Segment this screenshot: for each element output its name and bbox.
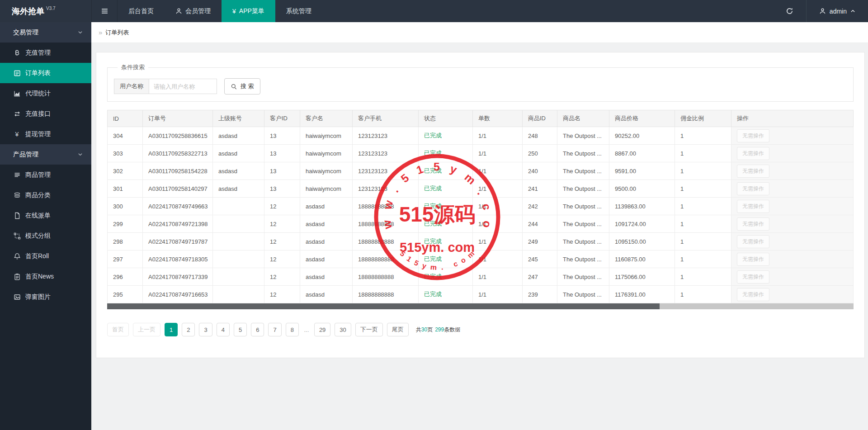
product_name-cell: The Outpost ...: [557, 250, 609, 268]
no-action-button[interactable]: 无需操作: [737, 129, 769, 142]
page-button[interactable]: 6: [251, 323, 264, 336]
pagination: 首页上一页12345678...2930下一页尾页共30页299条数据: [107, 323, 854, 336]
summary-prefix: 共: [416, 326, 421, 333]
column-header: 商品ID: [523, 110, 557, 127]
last-page-button[interactable]: 尾页: [387, 323, 409, 336]
product_price-cell: 1160875.00: [609, 250, 675, 268]
username-input[interactable]: [149, 79, 217, 94]
sidebar-item[interactable]: 商品分类: [0, 185, 91, 205]
id-cell: 302: [108, 162, 143, 180]
next-page-button[interactable]: 下一页: [355, 323, 383, 336]
scrollbar-thumb[interactable]: [107, 303, 660, 309]
sidebar-item[interactable]: 订单列表: [0, 63, 91, 83]
prev-page-button[interactable]: 上一页: [133, 323, 160, 336]
bitcoin-icon: [13, 49, 21, 57]
order-list-icon: [13, 69, 21, 77]
page-button[interactable]: 30: [335, 323, 351, 336]
breadcrumb: » 订单列表: [91, 22, 868, 43]
sidebar-item[interactable]: 代理统计: [0, 83, 91, 104]
page-button[interactable]: 5: [234, 323, 247, 336]
product_name-cell: The Outpost ...: [557, 162, 609, 180]
horizontal-scrollbar[interactable]: [107, 303, 854, 309]
action-cell: 无需操作: [731, 250, 854, 268]
search-row: 用户名称 搜 索: [114, 78, 847, 95]
customer_name-cell: asdasd: [300, 233, 353, 250]
app-version: V3.7: [46, 6, 56, 11]
no-action-button[interactable]: 无需操作: [737, 217, 769, 231]
first-page-button[interactable]: 首页: [107, 323, 129, 336]
search-panel: 条件搜索 用户名称 搜 索: [107, 63, 854, 102]
action-cell: 无需操作: [731, 162, 854, 180]
sidebar-item[interactable]: 充值管理: [0, 43, 91, 63]
customer_name-cell: asdasd: [300, 198, 353, 215]
sidebar-item[interactable]: 首页Roll: [0, 246, 91, 266]
user-menu[interactable]: admin: [806, 0, 868, 22]
sidebar-item[interactable]: 首页News: [0, 266, 91, 287]
customer_id-cell: 13: [264, 162, 300, 180]
status-cell: 已完成: [419, 250, 473, 268]
sidebar-item-label: 提现管理: [25, 130, 51, 138]
status-cell: 已完成: [419, 127, 473, 145]
page-ellipsis: ...: [303, 323, 310, 336]
no-action-button[interactable]: 无需操作: [737, 270, 769, 284]
page-button[interactable]: 3: [199, 323, 212, 336]
parent_account-cell: [213, 250, 264, 268]
table-row: 297A0224170874971830512asdasd18888888888…: [108, 250, 854, 268]
top-nav-item[interactable]: 后台首页: [118, 0, 165, 22]
summary-records-count: 299: [435, 326, 444, 333]
top-nav-item-label: APP菜单: [239, 7, 264, 15]
no-action-button[interactable]: 无需操作: [737, 288, 769, 301]
top-nav-item[interactable]: 系统管理: [275, 0, 322, 22]
product_price-cell: 1175066.00: [609, 268, 675, 286]
page-button[interactable]: 7: [268, 323, 281, 336]
orders-table: ID订单号上级账号客户ID客户名客户手机状态单数商品ID商品名商品价格佣金比例操…: [107, 110, 854, 303]
order_no-cell: A02241708749749663: [143, 198, 213, 215]
sidebar-item[interactable]: ¥提现管理: [0, 124, 91, 144]
refresh-button[interactable]: [774, 0, 806, 22]
page-button[interactable]: 1: [165, 323, 178, 336]
product_price-cell: 90252.00: [609, 127, 675, 145]
no-action-button[interactable]: 无需操作: [737, 253, 769, 266]
product_price-cell: 9500.00: [609, 180, 675, 198]
sidebar-item[interactable]: 产品管理: [0, 144, 91, 165]
status-cell: 已完成: [419, 268, 473, 286]
page-button[interactable]: 29: [314, 323, 330, 336]
area-chart-icon: [13, 90, 21, 97]
no-action-button[interactable]: 无需操作: [737, 147, 769, 160]
sidebar-item[interactable]: 弹窗图片: [0, 287, 91, 307]
sidebar-toggle-button[interactable]: [91, 0, 118, 22]
no-action-button[interactable]: 无需操作: [737, 200, 769, 213]
commission-cell: 1: [675, 145, 731, 162]
top-nav-item[interactable]: ¥APP菜单: [222, 0, 275, 22]
id-cell: 304: [108, 127, 143, 145]
sidebar-item-label: 商品管理: [25, 171, 51, 179]
no-action-button[interactable]: 无需操作: [737, 165, 769, 178]
count-cell: 1/1: [473, 268, 523, 286]
page-button[interactable]: 2: [182, 323, 195, 336]
sidebar-item[interactable]: 商品管理: [0, 165, 91, 185]
product_id-cell: 242: [523, 198, 557, 215]
product_price-cell: 1139863.00: [609, 198, 675, 215]
table-header-row: ID订单号上级账号客户ID客户名客户手机状态单数商品ID商品名商品价格佣金比例操…: [108, 110, 854, 127]
sidebar-item[interactable]: 模式分组: [0, 226, 91, 246]
no-action-button[interactable]: 无需操作: [737, 235, 769, 248]
chevron-down-icon: [76, 28, 84, 36]
user-icon: [175, 8, 182, 14]
commission-cell: 1: [675, 162, 731, 180]
sidebar-item[interactable]: 交易管理: [0, 22, 91, 43]
search-button[interactable]: 搜 索: [224, 78, 260, 95]
sidebar-item[interactable]: 充值接口: [0, 104, 91, 124]
column-header: 客户ID: [264, 110, 300, 127]
sidebar-item-label: 首页Roll: [25, 252, 49, 260]
bell-icon: [13, 252, 21, 260]
parent_account-cell: [213, 233, 264, 250]
table-row: 300A0224170874974966312asdasd18888888888…: [108, 198, 854, 215]
page-button[interactable]: 4: [217, 323, 230, 336]
id-cell: 299: [108, 215, 143, 233]
commission-cell: 1: [675, 268, 731, 286]
page-button[interactable]: 8: [286, 323, 299, 336]
no-action-button[interactable]: 无需操作: [737, 182, 769, 195]
top-nav-item[interactable]: 会员管理: [165, 0, 222, 22]
customer_id-cell: 12: [264, 233, 300, 250]
sidebar-item[interactable]: 在线派单: [0, 205, 91, 226]
